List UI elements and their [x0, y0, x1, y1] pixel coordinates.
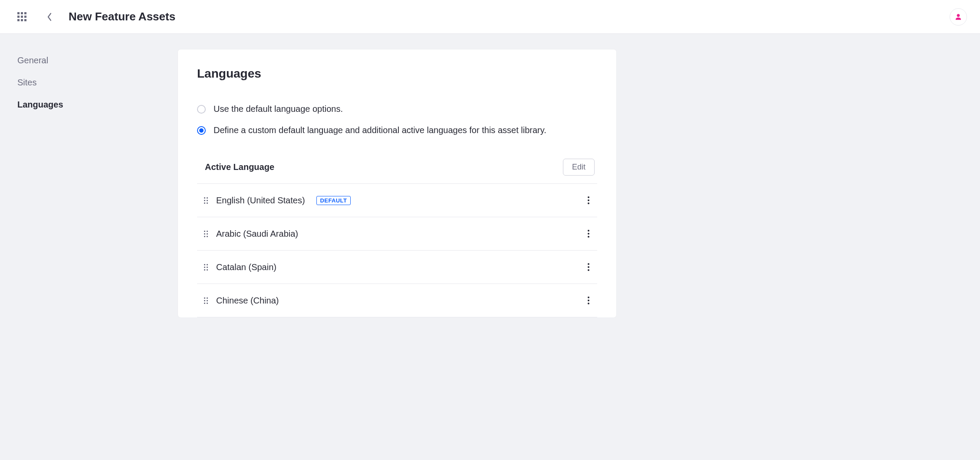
- drag-handle-icon[interactable]: [202, 263, 209, 271]
- radio-icon: [197, 105, 206, 114]
- sidebar-item-languages[interactable]: Languages: [17, 94, 178, 116]
- back-button[interactable]: [41, 8, 58, 26]
- sidebar-item-label: Sites: [17, 78, 36, 87]
- sidebar-item-general[interactable]: General: [17, 49, 178, 72]
- language-name: Catalan (Spain): [216, 262, 276, 272]
- page-title: New Feature Assets: [69, 10, 175, 23]
- language-row: Arabic (Saudi Arabia): [197, 217, 597, 251]
- chevron-left-icon: [46, 12, 53, 22]
- radio-label: Use the default language options.: [214, 104, 343, 114]
- row-actions-button[interactable]: [582, 294, 595, 307]
- language-row: English (United States)DEFAULT: [197, 184, 597, 217]
- sidebar-item-sites[interactable]: Sites: [17, 72, 178, 94]
- radio-icon: [197, 126, 206, 135]
- row-actions-button[interactable]: [582, 228, 595, 240]
- app-grid-icon: [17, 12, 26, 21]
- language-row: Chinese (China): [197, 284, 597, 317]
- user-icon: [954, 13, 962, 21]
- drag-handle-icon[interactable]: [202, 229, 209, 238]
- card-heading: Languages: [197, 67, 597, 81]
- sidebar-item-label: Languages: [17, 100, 63, 109]
- language-name: English (United States): [216, 196, 305, 206]
- row-actions-button[interactable]: [582, 194, 595, 206]
- drag-handle-icon[interactable]: [202, 196, 209, 205]
- radio-option-default[interactable]: Use the default language options.: [197, 104, 597, 114]
- app-menu-button[interactable]: [13, 8, 30, 26]
- sidebar: General Sites Languages: [0, 49, 178, 317]
- active-language-title: Active Language: [205, 162, 274, 172]
- radio-option-custom[interactable]: Define a custom default language and add…: [197, 125, 597, 135]
- default-badge: DEFAULT: [316, 196, 351, 205]
- language-name: Chinese (China): [216, 296, 279, 306]
- language-list: English (United States)DEFAULTArabic (Sa…: [197, 184, 597, 317]
- edit-button[interactable]: Edit: [563, 159, 595, 176]
- topbar: New Feature Assets: [0, 0, 980, 34]
- row-actions-button[interactable]: [582, 261, 595, 273]
- drag-handle-icon[interactable]: [202, 296, 209, 305]
- topbar-left: New Feature Assets: [13, 8, 175, 26]
- user-avatar-button[interactable]: [950, 8, 967, 26]
- body: General Sites Languages Languages Use th…: [0, 34, 980, 317]
- card: Languages Use the default language optio…: [178, 49, 616, 317]
- active-language-header: Active Language Edit: [197, 147, 597, 184]
- main: Languages Use the default language optio…: [178, 49, 616, 317]
- language-row: Catalan (Spain): [197, 251, 597, 284]
- radio-label: Define a custom default language and add…: [214, 125, 546, 135]
- sidebar-item-label: General: [17, 55, 48, 65]
- language-name: Arabic (Saudi Arabia): [216, 229, 298, 239]
